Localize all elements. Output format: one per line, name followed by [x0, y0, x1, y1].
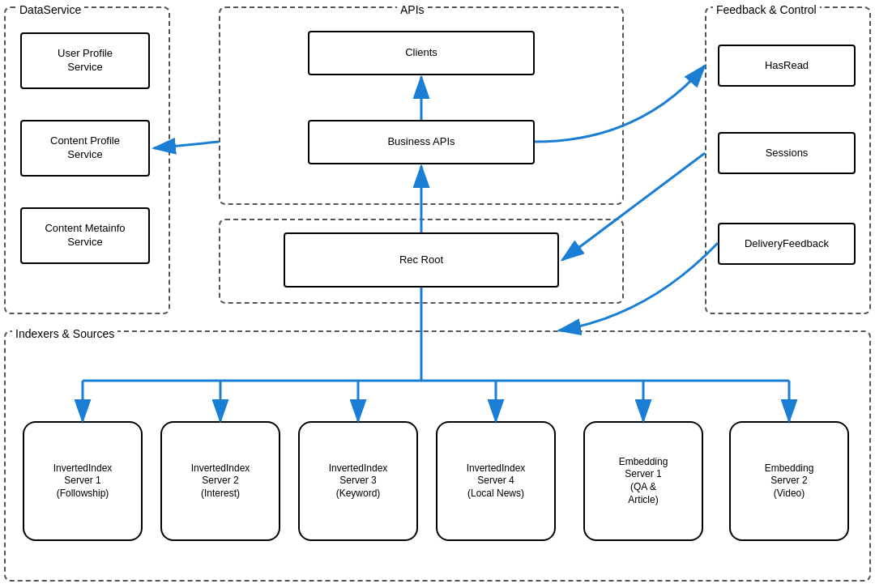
sessions-box: Sessions: [718, 132, 856, 174]
rec-root-box: Rec Root: [284, 232, 559, 288]
content-metainfo-service: Content MetainfoService: [20, 207, 150, 264]
apis-label: APIs: [397, 3, 428, 16]
embedding-server-1: EmbeddingServer 1(QA &Article): [583, 421, 703, 541]
business-apis-box: Business APIs: [308, 120, 535, 164]
inverted-index-1: InvertedIndexServer 1(Followship): [23, 421, 143, 541]
hasread-box: HasRead: [718, 45, 856, 87]
indexers-label: Indexers & Sources: [12, 327, 117, 340]
inverted-index-2: InvertedIndexServer 2(Interest): [160, 421, 280, 541]
feedback-label: Feedback & Control: [713, 3, 820, 16]
content-profile-service: Content ProfileService: [20, 120, 150, 177]
clients-box: Clients: [308, 31, 535, 75]
delivery-feedback-box: DeliveryFeedback: [718, 223, 856, 265]
inverted-index-4: InvertedIndexServer 4(Local News): [436, 421, 556, 541]
dataservice-label: DataService: [16, 3, 84, 16]
user-profile-service: User ProfileService: [20, 32, 150, 89]
diagram-container: DataService APIs Feedback & Control Inde…: [0, 0, 875, 588]
inverted-index-3: InvertedIndexServer 3(Keyword): [298, 421, 418, 541]
embedding-server-2: EmbeddingServer 2(Video): [729, 421, 849, 541]
